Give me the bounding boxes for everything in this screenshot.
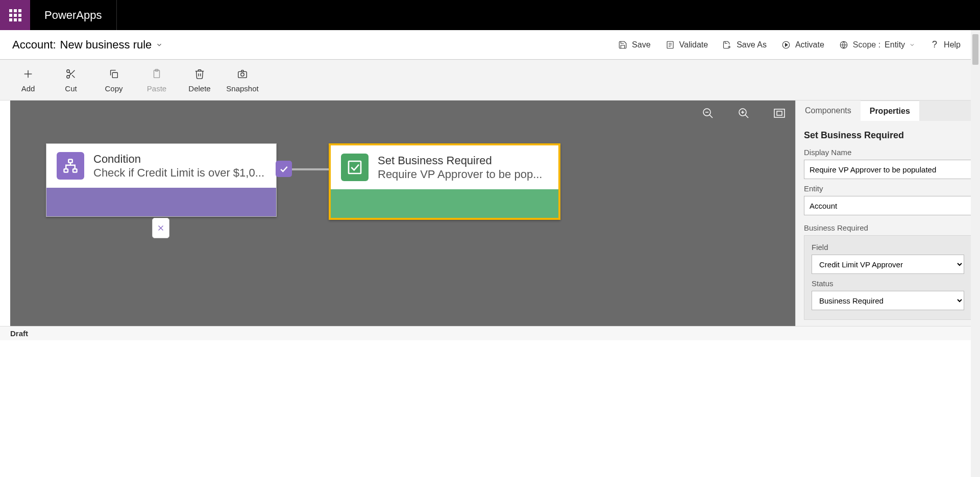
- paste-button[interactable]: Paste: [139, 67, 175, 93]
- svg-rect-27: [73, 169, 77, 172]
- camera-icon: [236, 67, 249, 81]
- connector-line: [292, 168, 329, 170]
- add-label: Add: [21, 84, 35, 93]
- properties-panel: Components Properties Set Business Requi…: [795, 101, 980, 326]
- waffle-icon: [9, 9, 21, 21]
- snapshot-label: Snapshot: [226, 84, 258, 93]
- entity-label: Entity: [804, 184, 972, 193]
- branch-icon: [57, 152, 84, 180]
- status-text: Draft: [10, 329, 28, 338]
- svg-marker-2: [785, 43, 788, 46]
- top-app-bar: PowerApps: [0, 0, 980, 30]
- panel-title: Set Business Required: [804, 130, 972, 141]
- fit-to-screen-button[interactable]: [773, 107, 786, 120]
- app-name: PowerApps: [30, 0, 117, 30]
- validate-button[interactable]: Validate: [658, 35, 716, 55]
- cut-button[interactable]: Cut: [53, 67, 89, 93]
- help-icon: ?: [929, 40, 940, 50]
- command-bar: Account: New business rule Save Validate…: [0, 30, 980, 60]
- snapshot-button[interactable]: Snapshot: [225, 67, 260, 93]
- svg-line-17: [709, 115, 713, 118]
- copy-label: Copy: [105, 84, 122, 93]
- chevron-down-icon: [156, 41, 163, 48]
- svg-rect-25: [68, 160, 72, 163]
- field-select[interactable]: Credit Limit VP Approver: [812, 255, 964, 274]
- field-label: Field: [812, 243, 964, 252]
- save-button[interactable]: Save: [610, 35, 657, 55]
- svg-rect-23: [774, 109, 785, 117]
- scope-value: Entity: [885, 40, 905, 49]
- edit-toolbar: Add Cut Copy Paste Delete: [0, 60, 980, 101]
- svg-rect-26: [64, 169, 68, 172]
- plus-icon: [22, 67, 34, 81]
- trash-icon: [194, 67, 205, 81]
- chevron-down-icon: [909, 42, 915, 48]
- scope-icon: [839, 40, 849, 50]
- validate-icon: [665, 40, 675, 50]
- tab-properties[interactable]: Properties: [861, 101, 919, 121]
- scope-label: Scope :: [853, 40, 880, 49]
- app-launcher-button[interactable]: [0, 0, 30, 30]
- condition-subtitle: Check if Credit Limit is over $1,0...: [93, 166, 264, 180]
- activate-icon: [781, 40, 791, 50]
- validate-label: Validate: [679, 40, 708, 49]
- activate-button[interactable]: Activate: [774, 35, 831, 55]
- activate-label: Activate: [795, 40, 824, 49]
- action-strip: [331, 189, 558, 218]
- false-branch-connector[interactable]: [152, 218, 169, 238]
- svg-line-10: [69, 72, 71, 74]
- scope-dropdown[interactable]: Scope : Entity: [831, 35, 922, 55]
- section-label: Business Required: [804, 223, 972, 232]
- save-as-button[interactable]: Save As: [715, 35, 774, 55]
- svg-rect-30: [349, 161, 361, 173]
- status-label: Status: [812, 279, 964, 288]
- save-label: Save: [632, 40, 650, 49]
- condition-strip: [46, 188, 276, 216]
- help-label: Help: [944, 40, 961, 49]
- business-required-section: Field Credit Limit VP Approver Status Bu…: [804, 235, 972, 320]
- zoom-in-button[interactable]: [737, 107, 750, 120]
- checkbox-icon: [341, 154, 369, 181]
- condition-card[interactable]: Condition Check if Credit Limit is over …: [46, 143, 277, 217]
- svg-point-15: [241, 73, 244, 76]
- help-button[interactable]: ? Help: [922, 35, 968, 55]
- svg-point-6: [67, 70, 70, 73]
- cut-label: Cut: [65, 84, 77, 93]
- rule-title-dropdown[interactable]: Account: New business rule: [12, 38, 163, 52]
- svg-rect-11: [112, 72, 117, 78]
- action-subtitle: Require VP Approver to be pop...: [378, 168, 542, 181]
- rule-name: New business rule: [60, 38, 152, 52]
- display-name-input[interactable]: [804, 160, 972, 179]
- paste-label: Paste: [147, 84, 166, 93]
- vertical-scrollbar[interactable]: [971, 30, 980, 477]
- copy-button[interactable]: Copy: [96, 67, 132, 93]
- status-select[interactable]: Business Required: [812, 291, 964, 310]
- design-canvas[interactable]: Condition Check if Credit Limit is over …: [10, 101, 795, 326]
- svg-rect-24: [777, 111, 782, 115]
- zoom-out-button[interactable]: [701, 107, 715, 120]
- svg-point-7: [67, 76, 70, 79]
- scissors-icon: [65, 67, 77, 81]
- copy-icon: [108, 67, 119, 81]
- scrollbar-thumb[interactable]: [972, 34, 978, 65]
- true-branch-connector[interactable]: [276, 161, 292, 177]
- display-name-label: Display Name: [804, 148, 972, 157]
- main-area: Condition Check if Credit Limit is over …: [0, 101, 980, 326]
- condition-title: Condition: [93, 152, 264, 166]
- save-icon: [618, 40, 628, 50]
- entity-input[interactable]: [804, 196, 972, 215]
- svg-line-20: [745, 115, 748, 118]
- action-card-selected[interactable]: Set Business Required Require VP Approve…: [329, 143, 560, 220]
- entity-label: Account:: [12, 38, 56, 52]
- svg-line-9: [72, 75, 75, 78]
- delete-label: Delete: [188, 84, 210, 93]
- save-as-icon: [722, 40, 732, 50]
- tab-components[interactable]: Components: [796, 101, 861, 121]
- action-title: Set Business Required: [378, 154, 542, 168]
- add-button[interactable]: Add: [10, 67, 46, 93]
- status-bar: Draft: [0, 326, 980, 340]
- save-as-label: Save As: [737, 40, 767, 49]
- paste-icon: [151, 67, 162, 81]
- delete-button[interactable]: Delete: [182, 67, 217, 93]
